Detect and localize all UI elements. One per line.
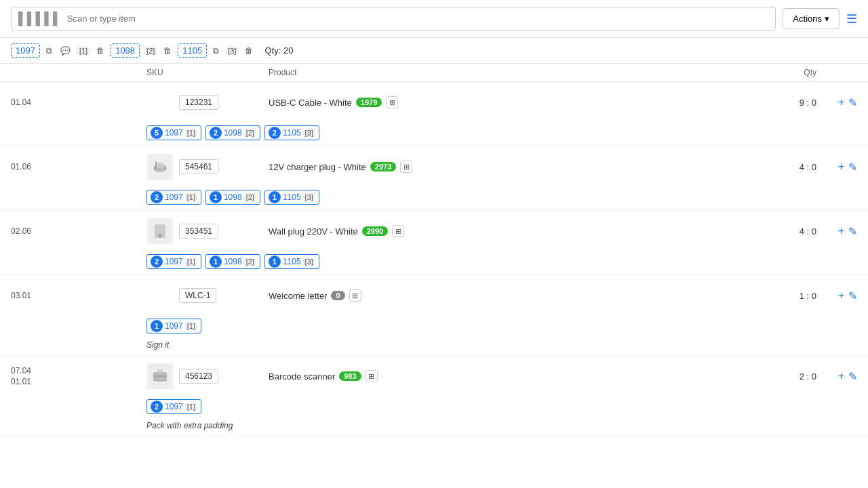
product-name-cell: USB-C Cable - White 1979 ⊞ [269,96,735,108]
order-tag: 2 1105 [3] [264,125,319,140]
sku-box: WLC-1 [179,288,216,303]
product-main: 03.01 WLC-1 Welcome letter 0 ⊞ 1 : 0 + ✎ [0,275,868,316]
edit-button[interactable]: ✎ [848,370,857,383]
add-qty-button[interactable]: + [838,225,844,238]
barcode-icon: ▌▌▌▌▌ [18,12,62,26]
tag-order-id[interactable]: 1097 [165,192,183,202]
edit-button[interactable]: ✎ [848,161,857,174]
row-actions: + ✎ [816,96,857,109]
tag-order-id[interactable]: 1097 [165,128,183,138]
order-tag: 1 1097 [1] [146,319,201,333]
tag-count: 2 [151,256,163,268]
tag-qty: [1] [185,322,197,330]
tag-order-id[interactable]: 1097 [165,321,183,331]
product-image [146,153,174,180]
menu-icon[interactable]: ☰ [846,12,857,26]
row-actions: + ✎ [816,289,857,302]
product-main: 02.06 353451 Wall plug 220V - White 2990… [0,211,868,251]
trash-icon-1098[interactable]: 🗑 [161,45,174,56]
product-badge: 1979 [356,98,382,107]
product-row: 02.06 353451 Wall plug 220V - White 2990… [0,211,868,275]
tag-order-id[interactable]: 1097 [165,402,183,411]
actions-button[interactable]: Actions ▾ [783,8,840,29]
location-badge: 03.01 [11,291,146,300]
scan-input[interactable] [67,14,769,24]
row-actions: + ✎ [816,161,857,174]
product-name-text: Wall plug 220V - White [269,226,358,237]
product-tags: 2 1097 [1] [0,396,868,420]
tag-order-id[interactable]: 1097 [165,257,183,266]
sku-image-cell: WLC-1 [146,282,269,309]
sku-image-cell: 353451 [146,218,269,245]
table-header: SKU Product Qty [0,64,868,82]
sku-box: 456123 [179,369,218,384]
tag-qty: [1] [185,403,197,411]
tag-count: 5 [151,127,163,139]
copy-icon-1105[interactable]: ⧉ [211,45,221,56]
top-bar: ▌▌▌▌▌ Actions ▾ ☰ [0,0,868,38]
copy-icon-1097[interactable]: ⧉ [44,45,54,56]
tag-qty: [2] [244,129,256,137]
tag-count: 2 [151,401,163,413]
tab-count-1098: [2] [144,47,157,55]
expand-icon[interactable]: ⊞ [366,370,378,382]
order-tag: 1 1105 [3] [264,254,319,269]
tag-order-id[interactable]: 1098 [224,257,242,266]
product-row: 01.06 545461 12V charger plug - White 29… [0,146,868,211]
sku-box: 545461 [179,159,218,174]
add-qty-button[interactable]: + [838,96,844,109]
product-tags: 2 1097 [1] 1 1098 [2] 1 1105 [3] [0,187,868,210]
tag-count: 2 [269,127,281,139]
edit-button[interactable]: ✎ [848,289,857,302]
order-tag: 2 1097 [1] [146,399,201,414]
add-qty-button[interactable]: + [838,370,844,383]
tag-order-id[interactable]: 1098 [224,192,242,202]
product-main: 07.0401.01 456123 Barcode scanner 983 ⊞ … [0,356,868,396]
tag-count: 1 [210,256,222,268]
tag-qty: [2] [244,193,256,201]
comment-icon-1097[interactable]: 💬 [58,45,73,56]
qty-value: 4 : 0 [800,226,816,237]
order-tab-1097[interactable]: 1097 [11,43,40,58]
expand-icon[interactable]: ⊞ [400,161,412,173]
add-qty-button[interactable]: + [838,161,844,174]
total-qty: Qty: 20 [264,45,293,56]
qty-cell: 4 : 0 [735,162,816,172]
col-product: Product [269,68,735,77]
expand-icon[interactable]: ⊞ [349,289,361,302]
product-row: 01.04 123231 USB-C Cable - White 1979 ⊞ … [0,82,868,146]
order-tab-1098[interactable]: 1098 [111,43,140,58]
row-actions: + ✎ [816,370,857,383]
expand-icon[interactable]: ⊞ [386,96,398,108]
tag-qty: [3] [303,193,315,201]
location-cell: 02.06 [11,226,146,236]
tag-count: 1 [269,191,281,203]
tag-count: 1 [269,256,281,268]
qty-value: 4 : 0 [800,162,816,172]
product-name-text: Barcode scanner [269,371,335,382]
trash-icon-1097[interactable]: 🗑 [94,45,106,56]
add-qty-button[interactable]: + [838,289,844,302]
edit-button[interactable]: ✎ [848,225,857,238]
trash-icon-1105[interactable]: 🗑 [243,45,255,56]
tag-count: 2 [151,191,163,203]
qty-cell: 2 : 0 [735,371,816,382]
tag-order-id[interactable]: 1105 [283,128,301,138]
qty-cell: 9 : 0 [735,98,816,108]
product-badge: 0 [331,291,344,300]
tag-order-id[interactable]: 1098 [224,128,242,138]
tag-count: 1 [151,320,163,332]
order-tag: 5 1097 [1] [146,125,201,140]
tag-qty: [3] [303,258,315,266]
order-tabs: 1097 ⧉ 💬 [1] 🗑 1098 [2] 🗑 1105 ⧉ [3] 🗑 Q… [0,38,868,64]
product-main: 01.06 545461 12V charger plug - White 29… [0,146,868,187]
sku-image-cell: 545461 [146,153,269,180]
location-badge: 07.04 [11,366,146,375]
order-tab-1105[interactable]: 1105 [178,43,207,58]
product-tags: 2 1097 [1] 1 1098 [2] 1 1105 [3] [0,251,868,274]
expand-icon[interactable]: ⊞ [392,225,404,237]
tag-order-id[interactable]: 1105 [283,192,301,202]
edit-button[interactable]: ✎ [848,96,857,109]
tag-order-id[interactable]: 1105 [283,257,301,266]
qty-cell: 4 : 0 [735,226,816,237]
